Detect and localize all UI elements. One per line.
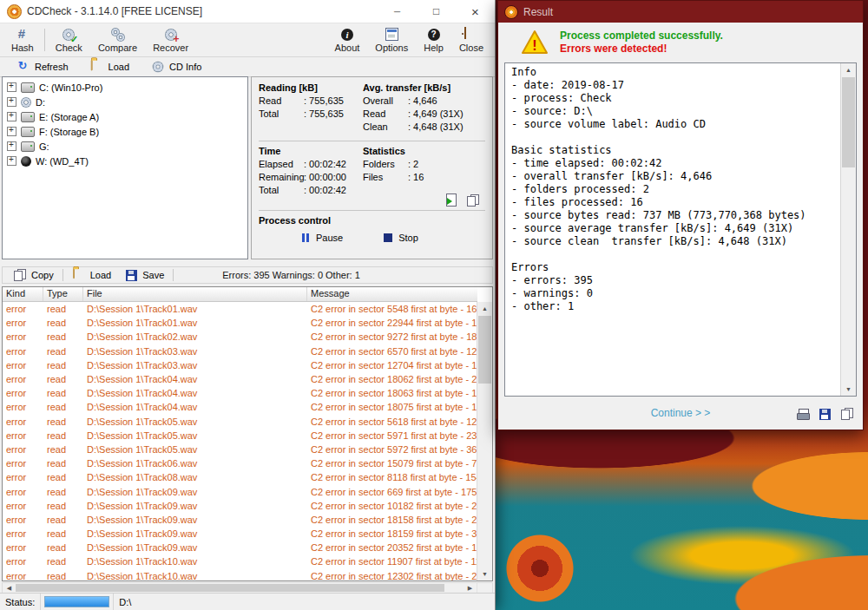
- cd-info-button[interactable]: CD Info: [143, 57, 209, 76]
- status-label: Status:: [5, 597, 35, 607]
- refresh-button[interactable]: Refresh: [9, 57, 76, 76]
- scrollbar-thumb[interactable]: [16, 584, 444, 592]
- table-cell: D:\Session 1\Track01.wav: [83, 304, 307, 314]
- check-button[interactable]: Check: [48, 23, 90, 56]
- close-app-button[interactable]: Close: [451, 23, 491, 56]
- status-path: D:\: [119, 597, 131, 607]
- help-button[interactable]: Help: [416, 23, 451, 56]
- hash-button[interactable]: Hash: [3, 23, 42, 56]
- error-table-row[interactable]: errorreadD:\Session 1\Track09.wavC2 erro…: [3, 513, 477, 527]
- drive-tree-item[interactable]: D:: [3, 95, 247, 109]
- scroll-up-icon[interactable]: [841, 63, 856, 76]
- result-titlebar[interactable]: Result: [498, 1, 863, 23]
- column-header-message[interactable]: Message: [307, 287, 477, 301]
- maximize-icon[interactable]: [417, 0, 456, 23]
- scroll-left-icon[interactable]: [3, 583, 16, 593]
- stat-row: Read: 4,649 (31X): [363, 108, 485, 121]
- error-table-row[interactable]: errorreadD:\Session 1\Track09.wavC2 erro…: [3, 484, 477, 498]
- close-icon[interactable]: [456, 0, 495, 23]
- compare-button[interactable]: Compare: [90, 23, 145, 56]
- stat-row: Read: 755,635: [259, 95, 363, 108]
- minimize-icon[interactable]: [378, 0, 417, 23]
- scroll-down-icon[interactable]: [841, 383, 856, 396]
- scroll-down-icon[interactable]: [477, 567, 492, 580]
- error-table-row[interactable]: errorreadD:\Session 1\Track03.wavC2 erro…: [3, 344, 477, 358]
- load-results-button[interactable]: Load: [65, 267, 118, 283]
- error-table-row[interactable]: errorreadD:\Session 1\Track08.wavC2 erro…: [3, 470, 477, 484]
- copy-stats-icon[interactable]: [467, 194, 479, 207]
- stop-button[interactable]: Stop: [383, 233, 418, 243]
- error-table-row[interactable]: errorreadD:\Session 1\Track03.wavC2 erro…: [3, 358, 477, 372]
- result-report-area[interactable]: Info - date: 2019-08-17 - process: Check…: [504, 62, 857, 397]
- warning-icon: !: [521, 30, 549, 56]
- table-cell: D:\Session 1\Track05.wav: [83, 430, 307, 441]
- copy-results-button[interactable]: Copy: [6, 267, 61, 283]
- error-table-row[interactable]: errorreadD:\Session 1\Track04.wavC2 erro…: [3, 400, 477, 414]
- error-table-row[interactable]: errorreadD:\Session 1\Track05.wavC2 erro…: [3, 429, 477, 443]
- main-toolbar: Hash Check Compare Recover About Options: [0, 23, 495, 57]
- hdd-drive-icon: [21, 141, 35, 152]
- time-stats-group: Time Elapsed: 00:02:42Remaining: 00:00:0…: [259, 146, 363, 198]
- tree-expand-icon[interactable]: [7, 127, 16, 136]
- column-header-kind[interactable]: Kind: [3, 287, 43, 301]
- drive-tree-item[interactable]: G:: [3, 139, 247, 154]
- drive-tree-item[interactable]: W: (WD_4T): [3, 154, 247, 168]
- tree-expand-icon[interactable]: [7, 156, 16, 166]
- options-button[interactable]: Options: [367, 23, 416, 56]
- recover-button[interactable]: Recover: [145, 23, 196, 56]
- statistics-stats-group: Statistics Folders: 2Files: 16: [363, 146, 485, 198]
- table-cell: C2 error in sector 5972 first at byte - …: [307, 444, 477, 455]
- copy-report-icon[interactable]: [841, 408, 853, 420]
- save-results-button[interactable]: Save: [118, 267, 171, 283]
- print-icon[interactable]: [797, 409, 810, 420]
- drive-tree-item[interactable]: E: (Storage A): [3, 109, 247, 124]
- table-cell: D:\Session 1\Track06.wav: [83, 458, 307, 469]
- tree-expand-icon[interactable]: [7, 82, 16, 92]
- scrollbar-track[interactable]: [444, 583, 464, 593]
- error-table-row[interactable]: errorreadD:\Session 1\Track09.wavC2 erro…: [3, 499, 477, 513]
- table-cell: D:\Session 1\Track01.wav: [83, 318, 307, 328]
- drive-tree-item[interactable]: C: (Win10-Pro): [3, 80, 247, 95]
- error-table-row[interactable]: errorreadD:\Session 1\Track04.wavC2 erro…: [3, 372, 477, 386]
- main-titlebar[interactable]: CDCheck - 3.1.14.0 [FREE LICENSE]: [0, 0, 495, 23]
- error-table-row[interactable]: errorreadD:\Session 1\Track01.wavC2 erro…: [3, 316, 477, 330]
- scroll-right-icon[interactable]: [464, 583, 477, 593]
- tree-expand-icon[interactable]: [7, 141, 16, 151]
- error-table-row[interactable]: errorreadD:\Session 1\Track06.wavC2 erro…: [3, 456, 477, 470]
- error-table-row[interactable]: errorreadD:\Session 1\Track10.wavC2 erro…: [3, 554, 477, 568]
- error-table-row[interactable]: errorreadD:\Session 1\Track05.wavC2 erro…: [3, 443, 477, 456]
- table-cell: error: [3, 528, 43, 539]
- column-header-file[interactable]: File: [83, 287, 307, 301]
- load-button[interactable]: Load: [82, 57, 137, 76]
- drive-tree-item[interactable]: F: (Storage B): [3, 124, 247, 139]
- scrollbar-thumb[interactable]: [478, 316, 491, 384]
- table-cell: error: [3, 360, 43, 371]
- save-report-icon[interactable]: [819, 409, 831, 420]
- scrollbar-thumb[interactable]: [842, 77, 855, 167]
- column-header-type[interactable]: Type: [43, 287, 83, 301]
- question-icon: [428, 29, 440, 41]
- scroll-up-icon[interactable]: [477, 302, 492, 315]
- error-table-row[interactable]: errorreadD:\Session 1\Track05.wavC2 erro…: [3, 415, 477, 429]
- table-vertical-scrollbar[interactable]: [477, 302, 492, 580]
- pause-button[interactable]: Pause: [300, 233, 343, 243]
- cd-check-icon: [62, 28, 76, 42]
- cd-drive-icon: [21, 97, 31, 108]
- error-table-row[interactable]: errorreadD:\Session 1\Track09.wavC2 erro…: [3, 527, 477, 541]
- error-table-row[interactable]: errorreadD:\Session 1\Track09.wavC2 erro…: [3, 541, 477, 554]
- error-table-row[interactable]: errorreadD:\Session 1\Track01.wavC2 erro…: [3, 302, 477, 316]
- error-table-row[interactable]: errorreadD:\Session 1\Track04.wavC2 erro…: [3, 386, 477, 400]
- report-scrollbar[interactable]: [840, 63, 856, 396]
- table-cell: D:\Session 1\Track05.wav: [83, 444, 307, 455]
- error-table-row[interactable]: errorreadD:\Session 1\Track10.wavC2 erro…: [3, 569, 477, 580]
- error-table-row[interactable]: errorreadD:\Session 1\Track02.wavC2 erro…: [3, 330, 477, 344]
- export-report-icon[interactable]: [446, 193, 457, 207]
- table-cell: read: [43, 417, 83, 427]
- table-cell: error: [3, 571, 43, 580]
- about-button[interactable]: About: [327, 23, 368, 56]
- tree-expand-icon[interactable]: [7, 112, 16, 121]
- table-cell: D:\Session 1\Track09.wav: [83, 487, 307, 497]
- tree-expand-icon[interactable]: [7, 97, 16, 107]
- scrollbar-corner: [477, 583, 492, 593]
- table-cell: read: [43, 304, 83, 314]
